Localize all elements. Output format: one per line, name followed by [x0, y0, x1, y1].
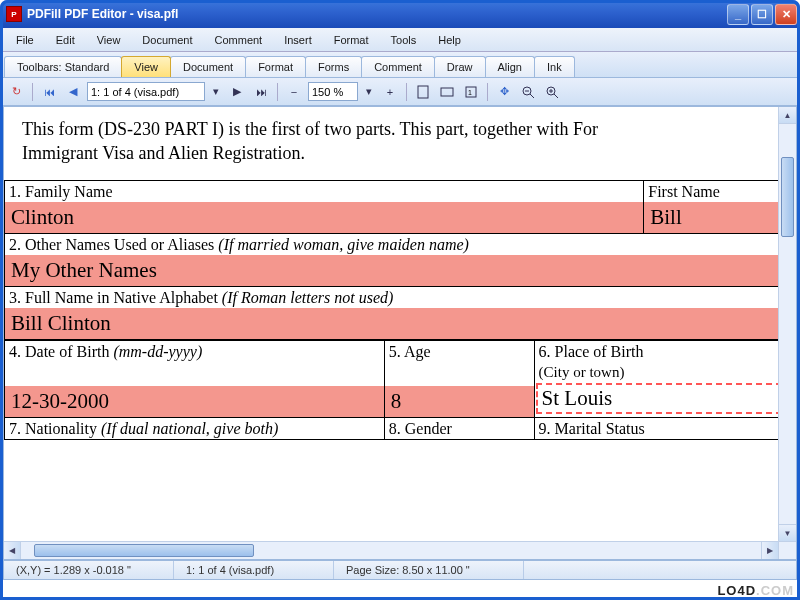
menu-tools[interactable]: Tools	[381, 31, 427, 49]
page-indicator[interactable]: 1: 1 of 4 (visa.pdf)	[87, 82, 205, 101]
zoom-in-icon[interactable]: +	[380, 82, 400, 102]
refresh-icon[interactable]: ↻	[6, 82, 26, 102]
first-page-icon[interactable]: ⏮	[39, 82, 59, 102]
menu-document[interactable]: Document	[132, 31, 202, 49]
scroll-thumb[interactable]	[781, 157, 794, 237]
zoom-out-tool-icon[interactable]	[518, 82, 538, 102]
label-family-name: 1. Family Name	[5, 181, 643, 202]
fit-page-icon[interactable]	[413, 82, 433, 102]
svg-rect-0	[418, 86, 428, 98]
dropdown-icon[interactable]: ▾	[209, 82, 223, 102]
label-first-name: First Name	[644, 181, 778, 202]
label-nationality: 7. Nationality (If dual national, give b…	[5, 418, 384, 439]
window-title: PDFill PDF Editor - visa.pfl	[27, 7, 727, 21]
toolbar-tabs: Toolbars: Standard View Document Format …	[0, 52, 800, 78]
label-dob: 4. Date of Birth (mm-dd-yyyy)	[5, 341, 384, 362]
label-native-name: 3. Full Name in Native Alphabet (If Roma…	[5, 287, 778, 308]
close-button[interactable]: ✕	[775, 4, 797, 25]
field-age[interactable]: 8	[385, 386, 534, 417]
menu-edit[interactable]: Edit	[46, 31, 85, 49]
tab-standard[interactable]: Toolbars: Standard	[4, 56, 122, 77]
label-age: 5. Age	[385, 341, 534, 362]
tab-ink[interactable]: Ink	[534, 56, 575, 77]
scroll-corner	[778, 541, 796, 559]
tab-draw[interactable]: Draw	[434, 56, 486, 77]
svg-line-5	[530, 94, 534, 98]
actual-size-icon[interactable]: 1	[461, 82, 481, 102]
scroll-left-icon[interactable]: ◀	[4, 542, 21, 559]
titlebar: P PDFill PDF Editor - visa.pfl _ ☐ ✕	[0, 0, 800, 28]
minimize-button[interactable]: _	[727, 4, 749, 25]
field-family-name[interactable]: Clinton	[5, 202, 643, 233]
menu-view[interactable]: View	[87, 31, 131, 49]
zoom-out-icon[interactable]: −	[284, 82, 304, 102]
label-aliases: 2. Other Names Used or Aliases (If marri…	[5, 234, 778, 255]
tab-format[interactable]: Format	[245, 56, 306, 77]
menu-insert[interactable]: Insert	[274, 31, 322, 49]
scroll-down-icon[interactable]: ▼	[779, 524, 796, 541]
svg-text:1: 1	[468, 89, 472, 96]
fit-width-icon[interactable]	[437, 82, 457, 102]
status-pagesize: Page Size: 8.50 x 11.00 "	[334, 561, 524, 579]
label-marital: 9. Marital Status	[535, 418, 778, 439]
vertical-scrollbar[interactable]: ▲ ▼	[778, 107, 796, 541]
field-first-name[interactable]: Bill	[644, 202, 778, 233]
next-page-icon[interactable]: ▶	[227, 82, 247, 102]
menu-file[interactable]: File	[6, 31, 44, 49]
menu-comment[interactable]: Comment	[205, 31, 273, 49]
zoom-level[interactable]: 150 %	[308, 82, 358, 101]
tab-view[interactable]: View	[121, 56, 171, 77]
horizontal-scrollbar[interactable]: ◀ ▶	[4, 541, 778, 559]
scroll-up-icon[interactable]: ▲	[779, 107, 796, 124]
scroll-right-icon[interactable]: ▶	[761, 542, 778, 559]
statusbar: (X,Y) = 1.289 x -0.018 " 1: 1 of 4 (visa…	[3, 560, 797, 580]
zoom-dropdown-icon[interactable]: ▾	[362, 82, 376, 102]
field-place-of-birth[interactable]: St Louis	[536, 383, 778, 414]
pan-icon[interactable]: ✥	[494, 82, 514, 102]
status-page: 1: 1 of 4 (visa.pdf)	[174, 561, 334, 579]
svg-line-8	[554, 94, 558, 98]
label-pob: 6. Place of Birth	[535, 341, 778, 362]
prev-page-icon[interactable]: ◀	[63, 82, 83, 102]
scroll-thumb-h[interactable]	[34, 544, 254, 557]
field-native-name[interactable]: Bill Clinton	[5, 308, 778, 339]
label-gender: 8. Gender	[385, 418, 534, 439]
document-viewport[interactable]: This form (DS-230 PART I) is the first o…	[4, 107, 778, 541]
svg-rect-1	[441, 88, 453, 96]
zoom-in-tool-icon[interactable]	[542, 82, 562, 102]
watermark: LO4D.COM	[717, 580, 794, 600]
status-coords: (X,Y) = 1.289 x -0.018 "	[4, 561, 174, 579]
field-dob[interactable]: 12-30-2000	[5, 386, 384, 417]
workspace: This form (DS-230 PART I) is the first o…	[3, 106, 797, 560]
tab-forms[interactable]: Forms	[305, 56, 362, 77]
maximize-button[interactable]: ☐	[751, 4, 773, 25]
tab-align[interactable]: Align	[485, 56, 535, 77]
tab-document[interactable]: Document	[170, 56, 246, 77]
toolbar: ↻ ⏮ ◀ 1: 1 of 4 (visa.pdf) ▾ ▶ ⏭ − 150 %…	[0, 78, 800, 106]
app-icon: P	[6, 6, 22, 22]
menubar: File Edit View Document Comment Insert F…	[0, 28, 800, 52]
field-aliases[interactable]: My Other Names	[5, 255, 778, 286]
last-page-icon[interactable]: ⏭	[251, 82, 271, 102]
tab-comment[interactable]: Comment	[361, 56, 435, 77]
form-intro: This form (DS-230 PART I) is the first o…	[4, 107, 778, 180]
menu-format[interactable]: Format	[324, 31, 379, 49]
label-pob-sub: (City or town)	[535, 362, 778, 382]
menu-help[interactable]: Help	[428, 31, 471, 49]
